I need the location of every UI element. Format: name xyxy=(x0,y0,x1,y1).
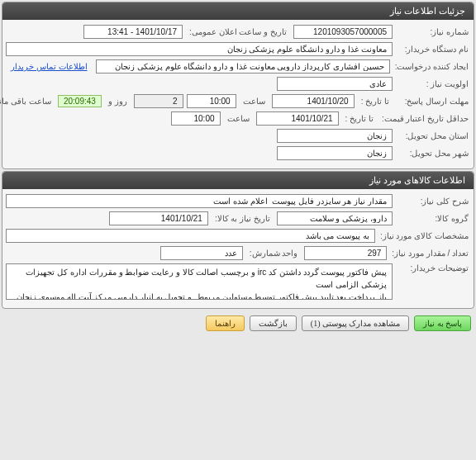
label-deadline: مهلت ارسال پاسخ: xyxy=(396,97,470,106)
label-hour-1: ساعت xyxy=(240,97,269,106)
label-city: شهر محل تحویل: xyxy=(396,149,470,158)
respond-button[interactable]: پاسخ به نیاز xyxy=(414,315,471,331)
label-group: گروه کالا: xyxy=(396,214,470,223)
spec-field[interactable] xyxy=(6,229,375,243)
row-group: گروه کالا: تاریخ نیاز به کالا: xyxy=(6,211,470,225)
goods-info-panel: اطلاعات کالاهای مورد نیاز شرح کلی نیاز: … xyxy=(2,171,474,309)
need-details-panel: جزئیات اطلاعات نیاز شماره نیاز: تاریخ و … xyxy=(2,2,474,169)
deadline-time-field[interactable] xyxy=(187,94,236,108)
row-spec: مشخصات کالای مورد نیاز: xyxy=(6,229,470,243)
panel1-header: جزئیات اطلاعات نیاز xyxy=(2,2,474,20)
priority-field[interactable] xyxy=(277,77,393,91)
label-credit: حداقل تاریخ اعتبار قیمت: xyxy=(380,114,470,123)
panel2-body: شرح کلی نیاز: گروه کالا: تاریخ نیاز به ک… xyxy=(2,189,474,308)
help-button[interactable]: راهنما xyxy=(206,315,245,331)
notes-field[interactable] xyxy=(6,263,393,300)
label-qty: تعداد / مقدار مورد نیاز: xyxy=(390,249,470,258)
group-field[interactable] xyxy=(277,211,393,225)
panel1-body: شماره نیاز: تاریخ و ساعت اعلان عمومی: نا… xyxy=(2,20,474,168)
action-button-row: پاسخ به نیاز مشاهده مدارک پیوستی (1) باز… xyxy=(0,311,476,336)
buyer-contact-link[interactable]: اطلاعات تماس خریدار xyxy=(6,62,93,71)
label-notes: توضیحات خریدار: xyxy=(396,263,470,273)
label-desc: شرح کلی نیاز: xyxy=(396,197,470,206)
row-province: استان محل تحویل: xyxy=(6,129,470,143)
unit-field[interactable] xyxy=(160,246,243,260)
back-button[interactable]: بازگشت xyxy=(250,315,297,331)
label-priority: اولویت نیاز : xyxy=(396,79,470,88)
creator-field[interactable] xyxy=(96,59,390,74)
buyer-org-field[interactable] xyxy=(6,42,393,56)
credit-time-field[interactable] xyxy=(171,111,221,126)
deadline-date-field[interactable] xyxy=(272,94,355,108)
attachments-button[interactable]: مشاهده مدارک پیوستی (1) xyxy=(302,315,409,331)
row-qty: تعداد / مقدار مورد نیاز: واحد شمارش: xyxy=(6,246,470,260)
label-spec: مشخصات کالای مورد نیاز: xyxy=(378,231,470,240)
credit-date-field[interactable] xyxy=(256,111,339,126)
days-remain-field xyxy=(134,94,183,108)
row-buyer-org: نام دستگاه خریدار: xyxy=(6,42,470,56)
label-request-no: شماره نیاز: xyxy=(396,27,470,36)
label-days-and: روز و xyxy=(105,97,131,106)
need-date-field[interactable] xyxy=(109,211,208,225)
province-field[interactable] xyxy=(277,129,393,143)
request-no-field[interactable] xyxy=(293,25,393,39)
public-dt-field[interactable] xyxy=(83,25,183,39)
qty-field[interactable] xyxy=(304,246,387,260)
countdown-timer: 20:09:43 xyxy=(58,95,102,107)
row-priority: اولویت نیاز : xyxy=(6,77,470,91)
label-public-dt: تاریخ و ساعت اعلان عمومی: xyxy=(186,27,290,36)
row-notes: توضیحات خریدار: xyxy=(6,263,470,300)
row-creator: ایجاد کننده درخواست: اطلاعات تماس خریدار xyxy=(6,59,470,74)
desc-field[interactable] xyxy=(6,194,393,208)
label-hour-2: ساعت xyxy=(224,114,253,123)
panel2-header: اطلاعات کالاهای مورد نیاز xyxy=(2,172,474,189)
label-need-date: تاریخ نیاز به کالا: xyxy=(212,214,274,223)
label-todate-1: تا تاریخ : xyxy=(358,97,393,106)
label-unit: واحد شمارش: xyxy=(246,249,302,258)
row-city: شهر محل تحویل: xyxy=(6,146,470,160)
row-desc: شرح کلی نیاز: xyxy=(6,194,470,208)
label-province: استان محل تحویل: xyxy=(396,131,470,140)
city-field[interactable] xyxy=(277,146,393,160)
label-buyer-org: نام دستگاه خریدار: xyxy=(396,45,470,54)
label-creator: ایجاد کننده درخواست: xyxy=(393,62,470,71)
label-todate-2: تا تاریخ : xyxy=(342,114,377,123)
row-credit: حداقل تاریخ اعتبار قیمت: تا تاریخ : ساعت xyxy=(6,111,470,126)
row-request-no: شماره نیاز: تاریخ و ساعت اعلان عمومی: xyxy=(6,25,470,39)
row-deadline: مهلت ارسال پاسخ: تا تاریخ : ساعت روز و 2… xyxy=(6,94,470,108)
label-hours-remain: ساعت باقی مانده xyxy=(0,97,55,106)
